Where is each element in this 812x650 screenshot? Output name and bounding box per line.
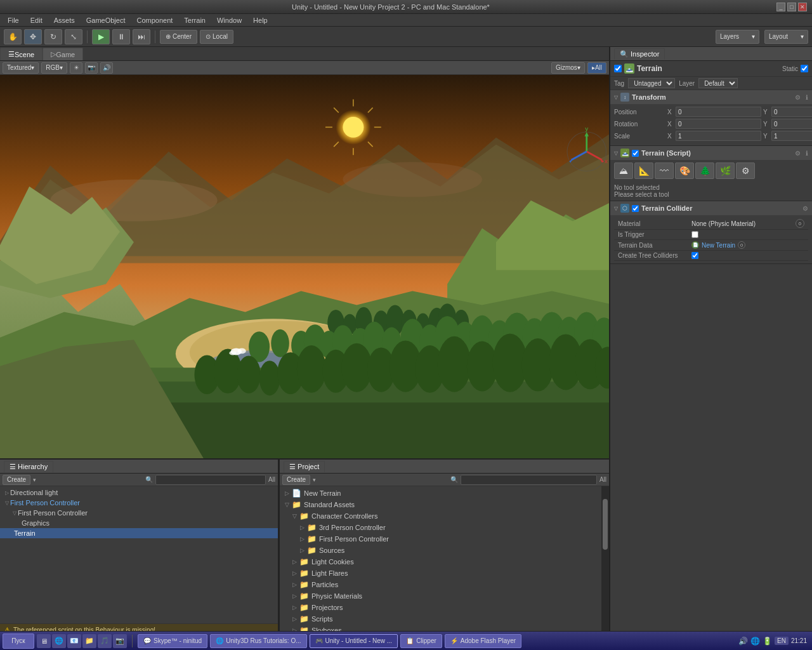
move-tool-btn[interactable]: ✥ xyxy=(24,29,42,44)
gizmos-btn[interactable]: Gizmos ▾ xyxy=(551,62,585,74)
project-search-input[interactable] xyxy=(461,475,596,485)
quick-launch-icon-2[interactable]: 🌐 xyxy=(52,634,66,648)
layer-dropdown[interactable]: Default xyxy=(698,78,738,88)
collider-checkbox[interactable] xyxy=(632,205,639,212)
project-tab[interactable]: ☰ Project xyxy=(284,461,325,472)
quick-launch-icon-3[interactable]: 📧 xyxy=(67,634,81,648)
comp-settings-icon[interactable]: ⚙ xyxy=(795,150,801,157)
close-btn[interactable]: ✕ xyxy=(798,3,807,11)
layers-dropdown[interactable]: Layers ▾ xyxy=(716,30,759,44)
terrain-settings-btn[interactable]: ⚙ xyxy=(736,162,755,179)
list-item[interactable]: ▷ Directional light xyxy=(0,488,278,498)
tray-icon-3[interactable]: 🔋 xyxy=(763,637,772,646)
scene-camera-btn[interactable]: 📷 xyxy=(85,62,98,74)
minimize-btn[interactable]: _ xyxy=(776,3,785,11)
taskbar-app-flash[interactable]: ⚡ Adobe Flash Player xyxy=(445,634,521,648)
rotation-y[interactable] xyxy=(771,119,812,129)
scale-x[interactable] xyxy=(676,131,761,141)
component-header[interactable]: ▽ ↕ Transform ⚙ ℹ xyxy=(610,90,812,104)
play-btn[interactable]: ▶ xyxy=(92,29,110,44)
menu-file[interactable]: File xyxy=(3,15,24,25)
hierarchy-tab[interactable]: ☰ Hierarchy xyxy=(4,461,53,472)
scale-y[interactable] xyxy=(771,131,812,141)
menu-gameobject[interactable]: GameObject xyxy=(81,15,131,25)
list-item[interactable]: ▷ 📁 3rd Person Controller xyxy=(280,522,609,533)
list-item[interactable]: Terrain xyxy=(0,528,278,538)
menu-edit[interactable]: Edit xyxy=(25,15,48,25)
place-trees-btn[interactable]: 🌲 xyxy=(695,162,714,179)
trigger-checkbox[interactable] xyxy=(691,231,698,238)
comp-info-icon[interactable]: ℹ xyxy=(806,150,808,157)
scene-audio-btn[interactable]: 🔊 xyxy=(100,62,113,74)
rgb-btn[interactable]: RGB ▾ xyxy=(41,62,67,74)
hierarchy-search-input[interactable] xyxy=(155,475,266,485)
viewport[interactable]: y x xyxy=(0,75,609,458)
quick-launch-icon-5[interactable]: 🎵 xyxy=(98,634,112,648)
obj-active-checkbox[interactable] xyxy=(614,65,622,72)
menu-terrain[interactable]: Terrain xyxy=(179,15,211,25)
menu-window[interactable]: Window xyxy=(212,15,247,25)
language-indicator[interactable]: EN xyxy=(775,637,789,645)
project-create-btn[interactable]: Create xyxy=(282,475,310,485)
list-item[interactable]: ▷ 📁 Physic Materials xyxy=(280,590,609,602)
quick-launch-icon-1[interactable]: 🖥 xyxy=(37,634,51,648)
list-item[interactable]: ▷ 📁 Scripts xyxy=(280,613,609,625)
maximize-btn[interactable]: □ xyxy=(787,3,796,11)
textured-btn[interactable]: Textured ▾ xyxy=(3,62,39,74)
all-btn[interactable]: ▸ All xyxy=(587,62,606,74)
list-item[interactable]: ▷ 📁 Light Flares xyxy=(280,567,609,579)
list-item[interactable]: ▷ 📁 Projectors xyxy=(280,602,609,613)
hierarchy-create-btn[interactable]: Create xyxy=(3,475,30,485)
step-btn[interactable]: ⏭ xyxy=(133,29,150,44)
list-item[interactable]: ▷ 📄 New Terrain xyxy=(280,488,609,499)
comp-settings-icon[interactable]: ⚙ xyxy=(795,94,801,101)
center-btn[interactable]: ⊕ Center xyxy=(160,30,197,44)
position-y[interactable] xyxy=(771,107,812,117)
layout-dropdown[interactable]: Layout ▾ xyxy=(764,30,808,44)
menu-help[interactable]: Help xyxy=(248,15,273,25)
pause-btn[interactable]: ⏸ xyxy=(112,29,130,44)
list-item[interactable]: ▷ 📁 Sources xyxy=(280,545,609,556)
tag-dropdown[interactable]: Untagged xyxy=(628,78,675,88)
menu-assets[interactable]: Assets xyxy=(49,15,80,25)
taskbar-app-clipper[interactable]: 📋 Clipper xyxy=(400,634,442,648)
list-item[interactable]: ▽ First Person Controller xyxy=(0,498,278,508)
paint-height-btn[interactable]: 📐 xyxy=(634,162,653,179)
rotate-tool-btn[interactable]: ↻ xyxy=(44,29,62,44)
tree-colliders-checkbox[interactable] xyxy=(691,252,698,259)
list-item[interactable]: ▽ First Person Controller xyxy=(0,508,278,518)
inspector-tab[interactable]: 🔍 Inspector xyxy=(614,48,665,60)
list-item[interactable]: Graphics xyxy=(0,518,278,528)
obj-name-field[interactable]: Terrain xyxy=(637,64,707,73)
quick-launch-icon-6[interactable]: 📷 xyxy=(113,634,127,648)
list-item[interactable]: ▷ 📁 Particles xyxy=(280,579,609,590)
taskbar-app-unity[interactable]: 🎮 Unity - Untitled - New ... xyxy=(310,634,398,648)
terrain-script-header[interactable]: ▽ 🗻 Terrain (Script) ⚙ ℹ xyxy=(610,146,812,160)
static-checkbox[interactable] xyxy=(801,65,808,72)
collider-settings-icon[interactable]: ⚙ xyxy=(802,205,808,212)
list-item[interactable]: ▷ 📁 First Person Controller xyxy=(280,533,609,545)
smooth-btn[interactable]: 〰 xyxy=(655,162,674,179)
list-item[interactable]: ▷ 📁 Light Cookies xyxy=(280,556,609,567)
rotation-x[interactable] xyxy=(676,119,761,129)
tray-icon-1[interactable]: 🔊 xyxy=(738,637,748,646)
position-x[interactable] xyxy=(676,107,761,117)
comp-info-icon[interactable]: ℹ xyxy=(806,94,808,101)
quick-launch-icon-4[interactable]: 📁 xyxy=(82,634,96,648)
raise-lower-btn[interactable]: ⛰ xyxy=(614,162,633,179)
scene-light-btn[interactable]: ☀ xyxy=(70,62,82,74)
start-button[interactable]: Пуск xyxy=(3,633,34,649)
taskbar-app-skype[interactable]: 💬 Skype™ - ninitud xyxy=(138,634,207,648)
taskbar-app-unity3d-rus[interactable]: 🌐 Unity3D Rus Tutorials: O... xyxy=(210,634,306,648)
scene-tab[interactable]: ☰ Scene xyxy=(0,48,43,60)
scale-tool-btn[interactable]: ⤡ xyxy=(65,29,82,44)
terrain-data-picker-btn[interactable]: ○ xyxy=(738,241,745,249)
game-tab[interactable]: ▷ Game xyxy=(43,48,83,60)
paint-texture-btn[interactable]: 🎨 xyxy=(675,162,694,179)
tray-icon-2[interactable]: 🌐 xyxy=(750,637,760,646)
local-btn[interactable]: ⊙ Local xyxy=(200,30,233,44)
project-scrollbar[interactable] xyxy=(601,486,609,636)
scrollbar-thumb[interactable] xyxy=(603,499,608,550)
terrain-collider-header[interactable]: ▽ ⬡ Terrain Collider ⚙ xyxy=(610,201,812,215)
material-picker-btn[interactable]: ○ xyxy=(796,219,804,228)
